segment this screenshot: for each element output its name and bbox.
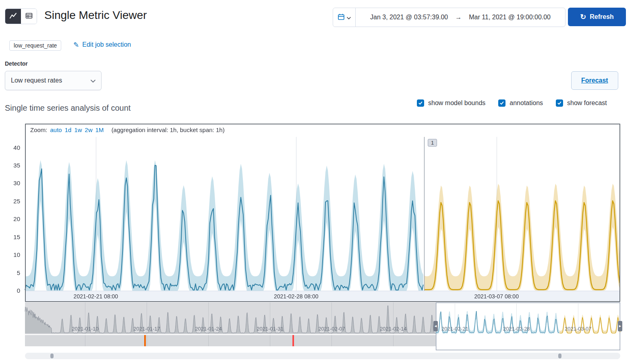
checkbox-annotations[interactable]: annotations	[498, 99, 543, 107]
arrow-right-icon: →	[455, 14, 462, 21]
checkbox-checked-icon	[556, 99, 563, 107]
zoom-1d-link[interactable]: 1d	[65, 126, 72, 133]
detector-select[interactable]: Low request rates	[5, 71, 102, 90]
annotation-badge[interactable]: 1	[428, 139, 437, 147]
checkbox-label: show forecast	[567, 99, 607, 107]
refresh-button[interactable]: ↻ Refresh	[568, 8, 626, 26]
view-toggle-group	[5, 8, 37, 24]
chart-view-button[interactable]	[5, 9, 21, 24]
checkbox-checked-icon	[417, 99, 424, 107]
edit-job-selection-label: Edit job selection	[82, 41, 131, 48]
pencil-icon: ✎	[73, 41, 79, 48]
zoom-1w-link[interactable]: 1w	[74, 126, 82, 133]
end-date[interactable]: Mar 11, 2021 @ 19:00:00.00	[469, 14, 551, 21]
selection-right-handle[interactable]: ▶	[618, 321, 622, 331]
chevron-down-icon	[91, 77, 95, 84]
checkbox-show-model-bounds[interactable]: show model bounds	[417, 99, 485, 107]
zoom-label: Zoom:	[30, 126, 48, 133]
chart-option-toggles: show model bounds annotations show forec…	[417, 99, 607, 107]
chevron-down-icon	[347, 14, 351, 21]
main-time-series-chart[interactable]	[0, 124, 638, 302]
checkbox-show-forecast[interactable]: show forecast	[556, 99, 607, 107]
timeline-scrollbar-track[interactable]	[25, 353, 620, 359]
job-badge: low_request_rate	[9, 40, 61, 51]
analysis-heading: Single time series analysis of count	[5, 103, 130, 113]
checkbox-checked-icon	[498, 99, 505, 107]
date-range-bar: Jan 3, 2021 @ 03:57:39.00 → Mar 11, 2021…	[333, 8, 566, 27]
zoom-2w-link[interactable]: 2w	[85, 126, 93, 133]
scrollbar-thumb-right[interactable]	[558, 354, 561, 358]
scrollbar-thumb-left[interactable]	[50, 354, 54, 358]
forecast-button[interactable]: Forecast	[571, 71, 618, 90]
date-range-display: Jan 3, 2021 @ 03:57:39.00 → Mar 11, 2021…	[356, 8, 565, 27]
line-chart-icon	[10, 12, 17, 20]
detector-selected-value: Low request rates	[11, 77, 62, 84]
calendar-icon	[338, 13, 345, 22]
refresh-label: Refresh	[590, 13, 614, 21]
page-title: Single Metric Viewer	[44, 9, 147, 22]
table-icon	[25, 12, 33, 20]
checkbox-label: show model bounds	[428, 99, 485, 107]
zoom-1M-link[interactable]: 1M	[95, 126, 104, 133]
table-view-button[interactable]	[21, 9, 37, 24]
calendar-dropdown-button[interactable]	[333, 8, 356, 27]
start-date[interactable]: Jan 3, 2021 @ 03:57:39.00	[370, 14, 448, 21]
refresh-icon: ↻	[580, 13, 586, 21]
checkbox-label: annotations	[510, 99, 543, 107]
selection-left-handle[interactable]: ◀	[433, 321, 438, 331]
edit-job-selection-link[interactable]: ✎ Edit job selection	[73, 41, 131, 48]
aggregation-note: (aggregation interval: 1h, bucket span: …	[112, 126, 225, 133]
zoom-auto-link[interactable]: auto	[50, 126, 62, 133]
zoom-bar: Zoom: auto 1d 1w 2w 1M (aggregation inte…	[30, 126, 225, 133]
detector-label: Detector	[5, 60, 28, 67]
